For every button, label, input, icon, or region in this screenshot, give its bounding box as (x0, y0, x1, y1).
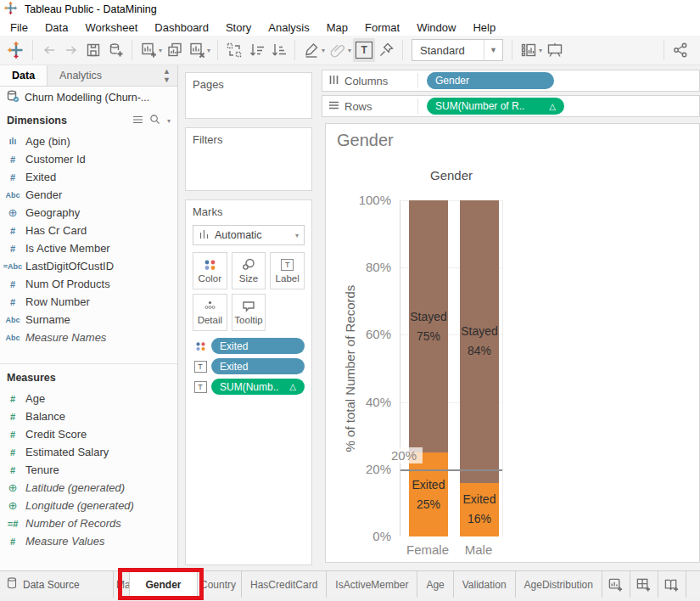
fix-axes-button[interactable] (375, 38, 397, 62)
sort-ascending-button[interactable] (245, 38, 267, 62)
label-button[interactable]: T Label (270, 252, 305, 289)
pane-swap-icon[interactable]: ▲▼ (156, 65, 177, 86)
sheet-tab[interactable]: Gender (130, 571, 198, 598)
share-button[interactable] (669, 38, 692, 62)
paperclip-caret-icon[interactable]: ▾ (348, 47, 351, 54)
new-worksheet-caret-icon[interactable]: ▾ (159, 47, 162, 54)
dimension-field[interactable]: # Num Of Products (0, 275, 177, 293)
mark-pill[interactable]: Exited △ (211, 338, 305, 354)
view-as-grid-icon[interactable] (132, 113, 143, 128)
measure-field[interactable]: =# Number of Records (0, 514, 177, 532)
new-worksheet-button[interactable]: ▾ (137, 38, 164, 62)
dimension-field[interactable]: # Customer Id (0, 150, 177, 168)
measure-field[interactable]: ⊕ Latitude (generated) (0, 479, 177, 497)
clear-sheet-caret-icon[interactable]: ▾ (207, 47, 210, 54)
fields-menu-caret-icon[interactable]: ▾ (167, 117, 171, 125)
presentation-mode-button[interactable] (544, 38, 566, 62)
dimension-field[interactable]: Abc Measure Names (0, 329, 177, 346)
sheet-tab[interactable]: HasCreditCard (242, 571, 327, 598)
rows-pill[interactable]: SUM(Number of R.. △ (427, 98, 564, 115)
mark-pill[interactable]: Exited △ (211, 358, 305, 374)
new-story-button[interactable] (658, 571, 686, 598)
show-me-caret-icon[interactable]: ▾ (539, 47, 542, 54)
measure-field[interactable]: # Credit Score (0, 425, 177, 443)
new-worksheet-tab-button[interactable] (602, 571, 630, 598)
sheet-tab[interactable]: Map (114, 571, 130, 598)
mark-type-caret-icon[interactable]: ▾ (295, 232, 299, 239)
dimension-field[interactable]: =Abc LastDigitOfCustID (0, 257, 177, 275)
detail-button[interactable]: Detail (193, 294, 227, 331)
search-icon[interactable] (149, 113, 160, 128)
dimension-field[interactable]: # Exited (0, 168, 177, 186)
bar-segment-stayed[interactable]: Stayed84% (460, 200, 499, 483)
menu-item[interactable]: Window (408, 21, 464, 34)
sheet-tab[interactable]: Validation (454, 571, 516, 598)
measure-field[interactable]: # Estimated Salary (0, 443, 177, 461)
mark-type-dropdown[interactable]: Automatic ▾ (193, 225, 305, 245)
tab-analytics[interactable]: Analytics (48, 65, 114, 86)
menu-item[interactable]: Worksheet (76, 21, 146, 34)
reference-line-label: 20% (385, 447, 423, 463)
data-source-row[interactable]: Churn Modelling (Churn-... (0, 87, 177, 109)
measures-list: # Age # Balance # Credit Score (0, 390, 177, 550)
tab-data[interactable]: Data (0, 65, 48, 86)
dimension-field[interactable]: # Is Active Member (0, 239, 177, 257)
menu-item[interactable]: Format (356, 21, 408, 34)
measure-field[interactable]: # Tenure (0, 461, 177, 479)
bar-segment-stayed[interactable]: Stayed75% (409, 200, 448, 452)
sort-descending-button[interactable] (267, 38, 289, 62)
paperclip-button[interactable]: ▾ (327, 38, 353, 62)
menu-item[interactable]: Story (217, 21, 260, 34)
menu-item[interactable]: File (2, 21, 36, 34)
size-button[interactable]: Size (232, 252, 266, 289)
sheet-tab[interactable]: Age (417, 571, 453, 598)
show-mark-labels-button[interactable]: T (353, 38, 375, 62)
filters-card[interactable]: Filters (185, 127, 312, 191)
rows-shelf[interactable]: Rows SUM(Number of R.. △ (322, 95, 700, 117)
measure-field[interactable]: # Measure Values (0, 532, 177, 550)
mark-pill[interactable]: SUM(Numb.. △ (211, 379, 305, 395)
clear-sheet-button[interactable]: ▾ (186, 38, 212, 62)
dimension-field[interactable]: Abc Gender (0, 186, 177, 204)
measure-field[interactable]: # Balance (0, 407, 177, 425)
swap-rows-columns-button[interactable] (223, 38, 245, 62)
bar-segment-exited[interactable]: Exited25% (409, 452, 448, 536)
color-button[interactable]: Color (193, 252, 227, 289)
fit-selector[interactable]: Standard ▼ (412, 39, 503, 61)
tooltip-button[interactable]: Tooltip (232, 294, 266, 331)
stacked-bar-male[interactable]: Exited16%Stayed84% (460, 200, 499, 536)
bar-segment-exited[interactable]: Exited16% (460, 483, 499, 536)
duplicate-sheet-button[interactable] (164, 38, 186, 62)
stacked-bar-female[interactable]: Exited25%Stayed75% (409, 200, 448, 536)
menu-item[interactable]: Dashboard (146, 21, 217, 34)
fit-selector-caret-icon[interactable]: ▼ (484, 40, 502, 60)
reference-line[interactable] (400, 469, 502, 471)
sheet-tab[interactable]: Country (198, 571, 242, 598)
menu-item[interactable]: Help (464, 21, 504, 34)
undo-button[interactable] (38, 38, 60, 62)
redo-button[interactable] (60, 38, 82, 62)
highlight-caret-icon[interactable]: ▾ (322, 47, 325, 54)
dimension-field[interactable]: # Has Cr Card (0, 222, 177, 239)
sheet-tab[interactable]: IsActiveMember (327, 571, 417, 598)
sheet-tab[interactable]: AgeDistribution (516, 571, 602, 598)
menu-item[interactable]: Map (318, 21, 356, 34)
measure-field[interactable]: ⊕ Longitude (generated) (0, 497, 177, 514)
columns-shelf[interactable]: Columns Gender △ (322, 70, 700, 92)
menu-item[interactable]: Data (36, 21, 76, 34)
new-data-source-button[interactable] (104, 38, 126, 62)
dimension-field[interactable]: ⊕ Geography (0, 204, 177, 222)
dimension-field[interactable]: ılı Age (bin) (0, 132, 177, 150)
columns-pill[interactable]: Gender △ (427, 72, 554, 89)
pages-card[interactable]: Pages (185, 72, 312, 119)
tableau-logo-button[interactable] (5, 38, 27, 62)
dimension-field[interactable]: Abc Surname (0, 311, 177, 329)
save-button[interactable] (82, 38, 104, 62)
measure-field[interactable]: # Age (0, 390, 177, 407)
dimension-field[interactable]: # Row Number (0, 293, 177, 311)
highlight-button[interactable]: ▾ (300, 38, 327, 62)
menu-item[interactable]: Analysis (260, 21, 317, 34)
new-dashboard-button[interactable] (630, 571, 658, 598)
data-source-tab[interactable]: Data Source (0, 571, 114, 598)
show-me-button[interactable]: ▾ (518, 38, 544, 62)
